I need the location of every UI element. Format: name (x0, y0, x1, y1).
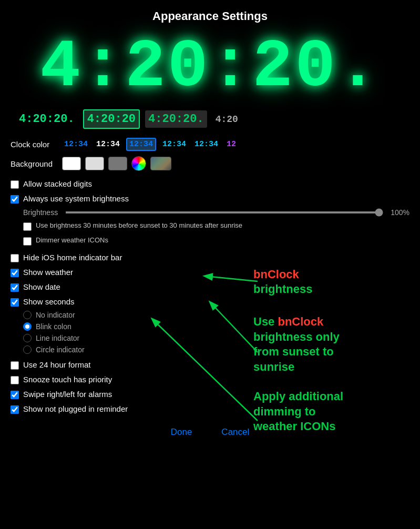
show-weather-checkbox[interactable] (11, 269, 19, 277)
show-weather-label: Show weather (23, 268, 73, 277)
snooze-touch-row: Snooze touch has priority (11, 372, 409, 387)
show-weather-row: Show weather (11, 265, 409, 280)
clock-color-6[interactable]: 12 (224, 139, 238, 150)
allow-stacked-digits-label: Allow stacked digits (23, 179, 92, 188)
system-brightness-row: Always use system brightness (11, 191, 409, 206)
clock-color-2[interactable]: 12:34 (94, 139, 122, 150)
done-button[interactable]: Done (167, 425, 197, 440)
show-seconds-row: Show seconds (11, 294, 409, 309)
line-indicator-row: Line indicator (11, 332, 409, 344)
background-row: Background (11, 154, 409, 174)
sunset-brightness-label: Use brightness 30 minutes before sunset … (36, 221, 242, 229)
swipe-alarms-row: Swipe right/left for alarms (11, 387, 409, 402)
background-label: Background (11, 159, 58, 168)
clock-color-4[interactable]: 12:34 (160, 139, 188, 150)
allow-stacked-digits-checkbox[interactable] (11, 180, 19, 189)
bg-swatch-white[interactable] (62, 157, 81, 170)
preview-row: 4:20:20. 4:20:20 4:20:20. 4:20 (0, 109, 420, 135)
system-brightness-label: Always use system brightness (23, 194, 129, 203)
no-indicator-row: No indicator (11, 309, 409, 321)
bg-swatch-image[interactable] (150, 157, 171, 170)
show-seconds-label: Show seconds (23, 297, 75, 306)
swipe-alarms-label: Swipe right/left for alarms (23, 390, 112, 399)
show-date-checkbox[interactable] (11, 283, 19, 292)
bg-swatch-lightgray[interactable] (85, 157, 104, 170)
not-plugged-reminder-row: Show not plugged in reminder (11, 402, 409, 416)
bg-swatch-rainbow[interactable] (131, 156, 146, 171)
preview-clock-4[interactable]: 4:20 (212, 112, 241, 127)
line-indicator-label: Line indicator (36, 334, 79, 342)
brightness-slider-label: Brightness (23, 208, 60, 217)
allow-stacked-digits-row: Allow stacked digits (11, 177, 409, 191)
snooze-touch-label: Snooze touch has priority (23, 375, 112, 384)
use-24-hour-row: Use 24 hour format (11, 358, 409, 372)
no-indicator-radio[interactable] (23, 311, 32, 319)
clock-color-row: Clock color 12:34 12:34 12:34 12:34 12:3… (11, 135, 409, 154)
clock-color-5[interactable]: 12:34 (192, 139, 220, 150)
bottom-buttons: Done Cancel (0, 416, 420, 450)
brightness-value-display: 100% (388, 208, 409, 217)
sunset-brightness-row: Use brightness 30 minutes before sunset … (11, 219, 409, 233)
hide-home-indicator-row: Hide iOS home indicator bar (11, 250, 409, 265)
preview-clock-2[interactable]: 4:20:20 (83, 109, 140, 129)
circle-indicator-label: Circle indicator (36, 345, 85, 354)
settings-section: Clock color 12:34 12:34 12:34 12:34 12:3… (0, 135, 420, 416)
circle-indicator-radio[interactable] (23, 345, 32, 354)
dimmer-weather-row: Dimmer weather ICONs (11, 233, 409, 248)
blink-colon-row: Blink colon (11, 321, 409, 332)
clock-color-1[interactable]: 12:34 (62, 139, 90, 150)
sunset-brightness-checkbox[interactable] (23, 222, 32, 231)
big-clock-display: 4:20:20. (0, 28, 420, 109)
snooze-touch-checkbox[interactable] (11, 376, 19, 384)
clock-color-label: Clock color (11, 140, 58, 149)
hide-home-indicator-checkbox[interactable] (11, 254, 19, 262)
system-brightness-checkbox[interactable] (11, 195, 19, 204)
show-seconds-checkbox[interactable] (11, 298, 19, 307)
line-indicator-radio[interactable] (23, 334, 32, 342)
cancel-button[interactable]: Cancel (217, 425, 253, 440)
use-24-hour-label: Use 24 hour format (23, 360, 90, 369)
hide-home-indicator-label: Hide iOS home indicator bar (23, 253, 122, 262)
bg-swatch-gray[interactable] (108, 157, 127, 170)
preview-clock-3[interactable]: 4:20:20. (145, 110, 207, 128)
preview-clock-1[interactable]: 4:20:20. (16, 110, 78, 128)
blink-colon-label: Blink colon (36, 322, 71, 331)
blink-colon-radio[interactable] (23, 322, 32, 331)
clock-color-3[interactable]: 12:34 (126, 138, 156, 151)
show-date-row: Show date (11, 280, 409, 294)
not-plugged-reminder-checkbox[interactable] (11, 405, 19, 414)
show-date-label: Show date (23, 282, 60, 291)
no-indicator-label: No indicator (36, 311, 75, 319)
dimmer-weather-checkbox[interactable] (23, 237, 32, 246)
page-title: Appearance Settings (0, 0, 420, 28)
not-plugged-reminder-label: Show not plugged in reminder (23, 404, 128, 413)
brightness-slider-row: Brightness 100% (11, 206, 409, 219)
use-24-hour-checkbox[interactable] (11, 361, 19, 370)
dimmer-weather-label: Dimmer weather ICONs (36, 236, 108, 244)
circle-indicator-row: Circle indicator (11, 344, 409, 355)
brightness-slider[interactable] (65, 211, 383, 213)
swipe-alarms-checkbox[interactable] (11, 391, 19, 399)
